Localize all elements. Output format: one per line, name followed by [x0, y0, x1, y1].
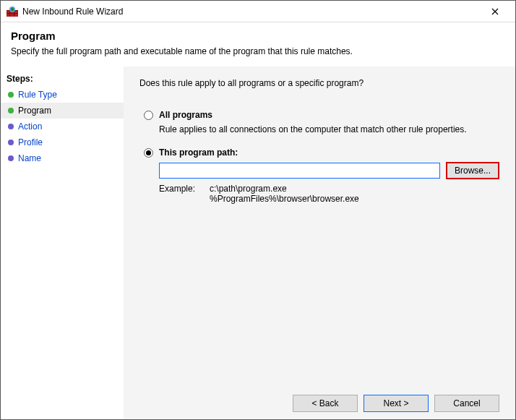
svg-point-6 — [11, 7, 14, 10]
step-action[interactable]: Action — [1, 119, 124, 134]
close-button[interactable] — [481, 1, 509, 22]
step-bullet-icon — [8, 155, 14, 161]
step-label: Profile — [18, 137, 43, 147]
option-path-label: This program path: — [159, 147, 238, 158]
example-row: Example: c:\path\program.exe %ProgramFil… — [159, 184, 499, 204]
step-rule-type[interactable]: Rule Type — [1, 87, 124, 103]
step-program[interactable]: Program — [1, 103, 124, 119]
option-program-path[interactable]: This program path: — [144, 147, 499, 158]
step-bullet-icon — [8, 124, 14, 129]
example-text: c:\path\program.exe %ProgramFiles%\brows… — [210, 184, 359, 204]
step-name[interactable]: Name — [1, 150, 124, 166]
program-path-input[interactable] — [159, 163, 440, 179]
step-label: Name — [18, 153, 41, 163]
radio-all-programs[interactable] — [144, 111, 153, 120]
page-subtitle: Specify the full program path and execut… — [11, 46, 505, 56]
option-all-label: All programs — [159, 110, 212, 120]
question-text: Does this rule apply to all programs or … — [139, 78, 499, 88]
program-path-row: Browse... — [159, 162, 499, 179]
svg-rect-2 — [7, 13, 18, 14]
wizard-body: Steps: Rule Type Program Action Profile … — [1, 67, 515, 419]
page-title: Program — [11, 30, 505, 42]
wizard-header: Program Specify the full program path an… — [1, 22, 515, 67]
step-label: Action — [18, 121, 42, 132]
browse-button[interactable]: Browse... — [446, 162, 499, 179]
next-button[interactable]: Next > — [364, 395, 429, 412]
step-label: Program — [18, 106, 51, 116]
step-bullet-icon — [8, 140, 14, 145]
options-group: All programs Rule applies to all connect… — [144, 110, 499, 204]
steps-header: Steps: — [1, 71, 124, 87]
steps-sidebar: Steps: Rule Type Program Action Profile … — [1, 67, 124, 419]
option-all-programs[interactable]: All programs — [144, 110, 499, 120]
wizard-footer: < Back Next > Cancel — [139, 387, 499, 412]
back-button[interactable]: < Back — [293, 395, 358, 412]
cancel-button[interactable]: Cancel — [434, 395, 499, 412]
titlebar: New Inbound Rule Wizard — [1, 1, 515, 22]
example-label: Example: — [159, 184, 210, 204]
step-bullet-icon — [8, 92, 14, 98]
step-label: Rule Type — [18, 90, 57, 100]
window-title: New Inbound Rule Wizard — [22, 7, 481, 17]
wizard-window: New Inbound Rule Wizard Program Specify … — [0, 0, 516, 420]
firewall-icon — [7, 6, 18, 17]
main-panel: Does this rule apply to all programs or … — [124, 67, 515, 419]
radio-program-path[interactable] — [144, 148, 153, 158]
step-bullet-icon — [8, 108, 14, 113]
option-all-desc: Rule applies to all connections on the c… — [159, 124, 499, 134]
step-profile[interactable]: Profile — [1, 134, 124, 150]
